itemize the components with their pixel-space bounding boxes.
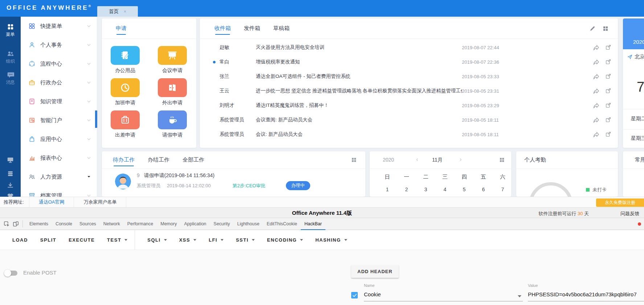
hackbar-xss-menu[interactable]: XSS bbox=[179, 237, 197, 243]
calendar-date[interactable]: 2 bbox=[397, 187, 416, 192]
device-toolbar-icon[interactable] bbox=[13, 221, 19, 227]
link-tongda-official[interactable]: 通达OA官网 bbox=[29, 197, 74, 207]
error-indicator-badge[interactable] bbox=[638, 222, 641, 226]
sidebar-item-personal-affairs[interactable]: 个人事务 bbox=[21, 35, 97, 54]
hackbar-encoding-menu[interactable]: ENCODING bbox=[267, 237, 303, 243]
devtools-tab-network[interactable]: Network bbox=[100, 218, 124, 230]
calendar-next-icon[interactable]: › bbox=[460, 156, 462, 163]
forward-icon[interactable] bbox=[593, 88, 599, 94]
tab-pending-work[interactable]: 待办工作 bbox=[113, 151, 135, 168]
devtools-tab-console[interactable]: Console bbox=[52, 218, 76, 230]
feedback-link[interactable]: 问题反馈 bbox=[620, 210, 639, 217]
open-in-new-icon[interactable] bbox=[605, 73, 611, 79]
sidebar-item-report-center[interactable]: 报表中心 bbox=[21, 149, 97, 167]
mail-row[interactable]: 王云 进一步统一思想 坚定信念 推进精益管理战略落地 各单位积极贯彻落实全面深入… bbox=[200, 84, 618, 98]
forward-icon[interactable] bbox=[593, 73, 599, 80]
register-button[interactable]: 永久免费版注册 bbox=[596, 199, 644, 207]
forward-icon[interactable] bbox=[593, 59, 599, 65]
mail-row[interactable]: 赵敏 灭火器使用方法及用电安全培训 2019-08-07 22:44 bbox=[200, 40, 618, 55]
mail-row[interactable]: 常白 增值税税率更改通知 2019-08-07 22:36 bbox=[200, 55, 618, 69]
calendar-date[interactable]: 5 bbox=[455, 187, 474, 192]
sidebar-item-archive-mgmt[interactable]: 档案管理 bbox=[21, 186, 97, 197]
compose-pencil-icon[interactable] bbox=[589, 26, 595, 32]
calendar-date[interactable]: 3 bbox=[416, 187, 435, 192]
forward-icon[interactable] bbox=[593, 131, 599, 138]
hackbar-split-button[interactable]: SPLIT bbox=[40, 237, 56, 243]
rail-item-org[interactable]: 组织 bbox=[0, 50, 21, 64]
select-caret-icon[interactable] bbox=[518, 295, 521, 297]
open-in-new-icon[interactable] bbox=[605, 131, 611, 137]
hackbar-ssti-menu[interactable]: SSTI bbox=[236, 237, 255, 243]
rail-item-message[interactable]: 消息 bbox=[0, 71, 21, 85]
sidebar-item-smart-portal[interactable]: 智能门户 bbox=[21, 111, 97, 130]
forward-icon[interactable] bbox=[593, 117, 599, 123]
hackbar-lfi-menu[interactable]: LFI bbox=[209, 237, 223, 243]
tab-inbox[interactable]: 收件箱 bbox=[214, 18, 231, 38]
mail-row[interactable]: 张兰 通达全新OA可选组件 - 知己者费用管控系统 2019-08-05 23:… bbox=[200, 69, 618, 84]
grid-view-icon[interactable] bbox=[499, 157, 505, 163]
grid-view-icon[interactable] bbox=[351, 157, 357, 163]
devtools-tab-performance[interactable]: Performance bbox=[124, 218, 157, 230]
tab-home[interactable]: 首页 × bbox=[97, 6, 138, 17]
download-icon[interactable] bbox=[0, 182, 21, 189]
forward-icon[interactable] bbox=[593, 44, 599, 51]
tab-outbox[interactable]: 发件箱 bbox=[244, 18, 260, 38]
tile-office-supplies[interactable]: 办公用品 bbox=[111, 46, 140, 74]
open-in-new-icon[interactable] bbox=[605, 117, 611, 123]
calendar-date[interactable]: 7 bbox=[493, 187, 511, 192]
work-item[interactable]: 9请假申请(2019-08-14 11:56:34) 系统管理员 2019-08… bbox=[102, 169, 365, 190]
tile-business-trip-apply[interactable]: 出差申请 bbox=[111, 110, 140, 138]
tab-all-work[interactable]: 全部工作 bbox=[182, 151, 204, 168]
inspect-element-icon[interactable] bbox=[4, 221, 10, 227]
grid-view-icon[interactable] bbox=[603, 26, 608, 32]
server-stack-icon[interactable] bbox=[0, 170, 21, 177]
devtools-tab-elements[interactable]: Elements bbox=[26, 218, 52, 230]
tab-apply[interactable]: 申请 bbox=[116, 18, 127, 38]
hackbar-sqli-menu[interactable]: SQLI bbox=[147, 237, 167, 243]
rail-item-menu[interactable]: 菜单 bbox=[0, 23, 21, 38]
mail-row[interactable]: 系统管理员 会议查阅: 新产品动员大会 2019-08-05 18:11 bbox=[200, 113, 618, 127]
link-user-list[interactable]: 万余家用户名单 bbox=[74, 197, 126, 207]
open-in-new-icon[interactable] bbox=[605, 102, 611, 108]
header-name-input[interactable]: Cookie bbox=[364, 291, 381, 297]
sidebar-item-app-center[interactable]: 应用中心 bbox=[21, 130, 97, 149]
enable-post-toggle[interactable] bbox=[5, 271, 17, 276]
hackbar-execute-button[interactable]: EXECUTE bbox=[69, 237, 95, 243]
tile-overtime-apply[interactable]: 加班申请 bbox=[111, 78, 140, 106]
tile-leave-apply[interactable]: 请假申请 bbox=[158, 110, 187, 138]
tab-drafts[interactable]: 草稿箱 bbox=[273, 18, 290, 38]
devtools-tab-memory[interactable]: Memory bbox=[157, 218, 180, 230]
calendar-date[interactable]: 4 bbox=[435, 187, 455, 192]
tile-meeting-apply[interactable]: 会议申请 bbox=[158, 46, 187, 74]
tab-finished-work[interactable]: 办结工作 bbox=[148, 151, 169, 168]
monitor-icon[interactable] bbox=[0, 156, 21, 163]
tile-outing-apply[interactable]: 外出申请 bbox=[158, 78, 187, 106]
header-value-input[interactable]: PHPSESSID=o4v5boc6a21dum73kpqbl6iro7 bbox=[528, 291, 637, 297]
devtools-tab-sources[interactable]: Sources bbox=[76, 218, 100, 230]
open-in-new-icon[interactable] bbox=[605, 88, 611, 94]
devtools-tab-security[interactable]: Security bbox=[210, 218, 234, 230]
forward-icon[interactable] bbox=[593, 102, 599, 109]
hackbar-test-menu[interactable]: TEST bbox=[107, 237, 127, 243]
sidebar-item-hr[interactable]: 人力资源 bbox=[21, 167, 97, 186]
open-in-new-icon[interactable] bbox=[605, 44, 611, 50]
calendar-date[interactable]: 6 bbox=[474, 187, 493, 192]
hackbar-load-button[interactable]: LOAD bbox=[12, 237, 28, 243]
calendar-date[interactable]: 1 bbox=[378, 187, 397, 192]
tab-close-icon[interactable]: × bbox=[124, 9, 126, 14]
mail-row[interactable]: 系统管理员 会议: 新产品动员大会 2019-08-05 18:11 bbox=[200, 127, 618, 142]
sidebar-item-workflow-center[interactable]: 流程中心 bbox=[21, 54, 97, 73]
mail-row[interactable]: 刘明才 通达IT精英魔鬼训练营，招募中！ 2019-08-05 23:29 bbox=[200, 98, 618, 113]
calendar-prev-icon[interactable]: ‹ bbox=[416, 156, 418, 163]
devtools-tab-editthiscookie[interactable]: EditThisCookie bbox=[263, 218, 301, 230]
devtools-tab-application[interactable]: Application bbox=[180, 218, 210, 230]
add-header-button[interactable]: ADD HEADER bbox=[351, 265, 399, 278]
devtools-tab-hackbar[interactable]: HackBar bbox=[301, 218, 325, 230]
devtools-tab-lighthouse[interactable]: Lighthouse bbox=[234, 218, 263, 230]
open-in-new-icon[interactable] bbox=[605, 59, 611, 65]
sidebar-item-admin-office[interactable]: 行政办公 bbox=[21, 73, 97, 92]
sidebar-item-knowledge-mgmt[interactable]: 知识管理 bbox=[21, 92, 97, 111]
sidebar-item-quick-menu[interactable]: 快捷菜单 bbox=[21, 17, 97, 35]
header-enabled-checkbox[interactable] bbox=[351, 292, 358, 298]
hackbar-hashing-menu[interactable]: HASHING bbox=[315, 237, 347, 243]
